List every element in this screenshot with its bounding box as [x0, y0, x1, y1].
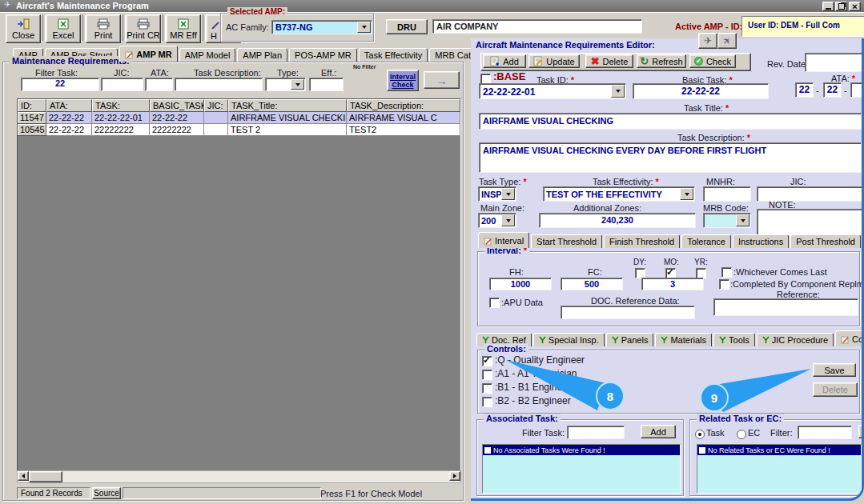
scroll-right-button[interactable] — [449, 471, 460, 481]
tab-start-threshold[interactable]: Start Threshold — [531, 234, 602, 248]
main-zone-combo[interactable]: 200 — [478, 213, 516, 228]
control-b2-checkbox[interactable] — [482, 397, 492, 407]
control-a1-checkbox[interactable] — [482, 370, 492, 380]
ac-family-combo[interactable]: B737-NG — [271, 20, 372, 34]
ec-radio[interactable] — [737, 430, 746, 439]
go-arrow-button[interactable]: → — [424, 71, 460, 89]
associated-filter-input[interactable] — [567, 426, 625, 439]
control-q-checkbox[interactable] — [482, 356, 492, 366]
ata-seg2-input[interactable]: 22 — [823, 82, 842, 98]
list-item[interactable]: No Related Tasks or EC Were Found ! — [697, 445, 861, 455]
whichever-comes-last-checkbox[interactable] — [721, 267, 732, 278]
source-button[interactable]: Source — [92, 487, 121, 499]
close-button[interactable]: Close — [6, 14, 41, 43]
task-id-combo[interactable]: 22-22-22-01 — [479, 83, 626, 99]
mo-interval-input[interactable]: 3 — [641, 278, 704, 290]
tab-tools[interactable]: Tools — [713, 333, 755, 346]
task-radio[interactable] — [695, 430, 705, 439]
print-cr-button[interactable]: Print CR — [126, 14, 161, 43]
update-button[interactable]: Update — [528, 54, 580, 68]
note-input[interactable] — [757, 209, 864, 236]
tab-pos-amp-mr[interactable]: POS-AMP MR — [289, 48, 357, 62]
close-window-button[interactable]: × — [849, 2, 861, 11]
table-h-scrollbar[interactable] — [17, 470, 461, 483]
scroll-left-button[interactable] — [18, 471, 29, 481]
excel-button[interactable]: Excel — [46, 14, 81, 43]
ata-seg3-input[interactable] — [850, 82, 864, 98]
dropdown-arrow-icon[interactable] — [501, 214, 515, 226]
tab-instructions[interactable]: Instructions — [733, 234, 789, 248]
basic-task-input[interactable]: 22-22-22 — [633, 83, 769, 99]
restore-button[interactable] — [835, 2, 847, 11]
table-row[interactable]: 11547 22-22-22 22-22-22-01 22-22-22 AIRF… — [18, 112, 460, 124]
tab-materials[interactable]: Materials — [655, 333, 712, 346]
list-item[interactable]: No Associated Tasks Were Found ! — [483, 445, 680, 455]
tab-jic-procedure[interactable]: JIC Procedure — [757, 333, 834, 346]
apu-data-checkbox[interactable] — [489, 298, 500, 308]
associated-task-list[interactable]: No Associated Tasks Were Found ! — [482, 444, 681, 494]
tab-amp-mr[interactable]: AMP MR — [119, 46, 177, 62]
completed-by-component-checkbox[interactable] — [719, 279, 729, 290]
dropdown-arrow-icon[interactable] — [680, 188, 693, 200]
reference-input[interactable] — [713, 298, 858, 316]
tab-task-effectivity[interactable]: Task Effectivity — [359, 48, 428, 62]
task-effectivity-label: Task Effectivity:* — [593, 177, 659, 186]
fh-input[interactable]: 1000 — [489, 278, 552, 290]
related-filter-input[interactable] — [798, 426, 852, 439]
rev-date-input[interactable] — [805, 53, 864, 72]
associated-add-button[interactable]: Add — [641, 425, 676, 438]
add-button[interactable]: Add — [483, 54, 526, 68]
filter-task-input[interactable]: 22 — [21, 78, 99, 91]
scroll-thumb[interactable] — [29, 471, 62, 482]
dropdown-arrow-icon[interactable] — [736, 214, 749, 226]
dropdown-arrow-icon[interactable] — [357, 22, 371, 33]
check-button[interactable]: ✔ Check — [689, 54, 736, 68]
print-button[interactable]: Print — [86, 14, 121, 43]
list-checkbox[interactable] — [484, 447, 491, 454]
filter-jic-input[interactable] — [101, 78, 143, 91]
task-type-combo[interactable]: INSP — [478, 186, 516, 202]
save-button[interactable]: Save — [813, 363, 856, 377]
airplane-button-2[interactable]: ✈ — [717, 33, 737, 49]
related-add-button[interactable]: Add — [858, 425, 864, 438]
refresh-button[interactable]: ↻ Refresh — [637, 54, 686, 68]
dru-button[interactable]: DRU — [386, 19, 428, 34]
mnhr-input[interactable] — [703, 186, 751, 202]
minimize-button[interactable] — [822, 2, 834, 11]
ata-seg1-input[interactable]: 22 — [795, 82, 814, 98]
window-title: Aircraft's Maintenance Program — [16, 1, 149, 10]
tab-tolerance[interactable]: Tolerance — [681, 234, 731, 248]
company-field[interactable]: AIR COMPANY — [432, 19, 642, 34]
fc-input[interactable]: 500 — [561, 278, 623, 290]
task-title-input[interactable]: AIRFRAME VISUAL CHECKING — [479, 113, 862, 130]
table-row[interactable]: 10545 22-22-22 22222222 22222222 TEST 2 … — [18, 124, 460, 136]
airplane-button-1[interactable]: ✈ — [698, 33, 717, 49]
doc-reference-input[interactable] — [561, 306, 695, 319]
tab-panels[interactable]: Panels — [606, 333, 654, 346]
tab-amp-plan[interactable]: AMP Plan — [237, 48, 287, 62]
additional-zones-input[interactable]: 240,230 — [539, 213, 696, 228]
control-b1-checkbox[interactable] — [482, 383, 492, 394]
mr-eff-button[interactable]: MR Eff — [166, 14, 201, 43]
interval-check-button[interactable]: Interval Check — [387, 70, 419, 91]
tab-amp-model[interactable]: AMP Model — [179, 48, 236, 62]
list-checkbox[interactable] — [699, 447, 705, 454]
tab-post-threshold[interactable]: Post Threshold — [790, 234, 861, 248]
task-effectivity-combo[interactable]: TEST OF THE EFFECTIVITY — [543, 186, 695, 202]
filter-description-input[interactable] — [175, 78, 263, 91]
mrb-code-combo[interactable] — [703, 213, 751, 228]
tab-control[interactable]: Control — [835, 330, 864, 346]
tab-finish-threshold[interactable]: Finish Threshold — [604, 234, 680, 248]
delete-control-button[interactable]: Delete — [813, 382, 858, 397]
dropdown-arrow-icon[interactable] — [611, 85, 625, 98]
tab-special-insp[interactable]: Special Insp. — [533, 333, 605, 346]
related-task-list[interactable]: No Related Tasks or EC Were Found ! — [697, 444, 862, 494]
filter-eff-input[interactable] — [309, 78, 344, 91]
task-description-input[interactable]: AIRFRAME VISUAL CHECKING EVERY DAY BEFOR… — [479, 142, 862, 173]
tab-interval[interactable]: Interval — [478, 232, 529, 248]
dropdown-arrow-icon[interactable] — [291, 79, 304, 90]
filter-type-combo[interactable] — [265, 78, 306, 91]
filter-ata-input[interactable] — [145, 78, 173, 91]
delete-button[interactable]: ✖ Delete — [585, 54, 633, 68]
dropdown-arrow-icon[interactable] — [501, 188, 515, 200]
